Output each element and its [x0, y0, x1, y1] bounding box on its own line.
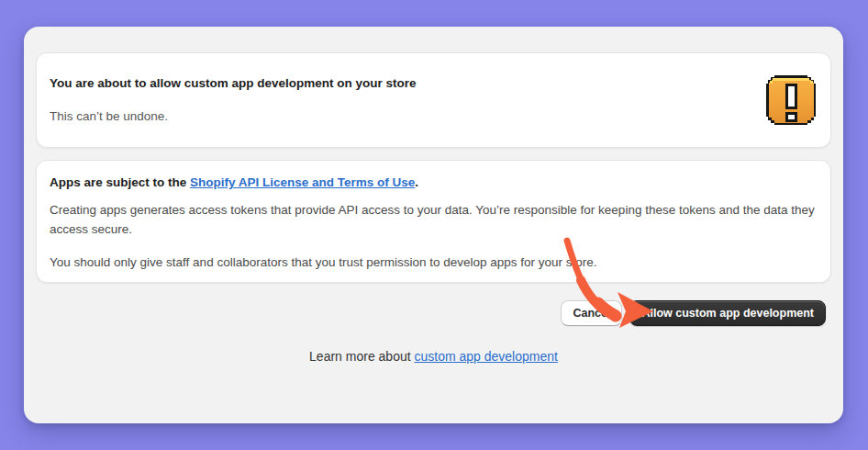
pixel-warning-exclamation-icon: [766, 75, 816, 125]
warning-title: You are about to allow custom app develo…: [50, 77, 766, 90]
warning-subtitle: This can’t be undone.: [50, 110, 766, 123]
action-button-row: Cancel Allow custom app development: [36, 300, 831, 326]
terms-intro: Apps are subject to the Shopify API Lice…: [50, 173, 818, 193]
terms-section: Apps are subject to the Shopify API Lice…: [36, 160, 831, 283]
dialog-card: You are about to allow custom app develo…: [24, 27, 843, 423]
terms-intro-prefix: Apps are subject to the: [50, 175, 190, 189]
learn-more-prefix: Learn more about: [309, 349, 414, 364]
shopify-api-license-link[interactable]: Shopify API License and Terms of Use: [190, 175, 415, 189]
terms-paragraph-trust: You should only give staff and collabora…: [50, 253, 818, 273]
warning-texts: You are about to allow custom app develo…: [50, 77, 766, 123]
custom-app-development-link[interactable]: custom app development: [414, 349, 557, 364]
allow-custom-app-development-button[interactable]: Allow custom app development: [629, 300, 826, 326]
terms-intro-suffix: .: [415, 175, 418, 189]
cancel-button[interactable]: Cancel: [561, 300, 622, 326]
page-background: You are about to allow custom app develo…: [0, 0, 868, 450]
terms-paragraph-tokens: Creating apps generates access tokens th…: [50, 200, 818, 240]
warning-section: You are about to allow custom app develo…: [36, 52, 831, 148]
learn-more-text: Learn more about custom app development: [36, 349, 831, 364]
